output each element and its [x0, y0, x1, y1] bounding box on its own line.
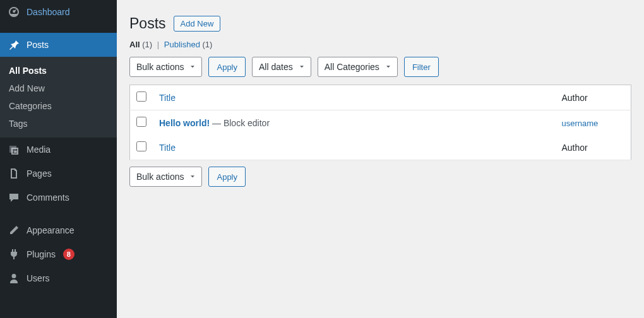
post-author-link[interactable]: username	[562, 119, 599, 128]
sidebar-subitem-tags[interactable]: Tags	[0, 115, 117, 132]
apply-bulk-button-bottom[interactable]: Apply	[208, 167, 246, 187]
sidebar-dashboard-label: Dashboard	[27, 7, 70, 17]
category-filter-select[interactable]: All Categories	[318, 57, 398, 77]
plugins-icon	[8, 248, 20, 261]
row-title-cell: Hello world! — Block editor	[153, 110, 556, 136]
column-footer-author: Author	[556, 135, 631, 160]
post-state: Block editor	[224, 118, 270, 128]
sidebar-subitem-tags-label: Tags	[9, 119, 28, 129]
sidebar-appearance-label: Appearance	[27, 225, 75, 235]
chevron-down-icon	[189, 63, 196, 71]
sidebar-item-appearance[interactable]: Appearance	[0, 218, 117, 242]
select-all-checkbox-top[interactable]	[136, 91, 146, 102]
bulk-actions-select-top[interactable]: Bulk actions	[129, 57, 202, 77]
admin-sidebar: Dashboard Posts All Posts Add New Catego…	[0, 0, 117, 318]
post-title-link[interactable]: Hello world!	[159, 118, 210, 128]
sidebar-item-users[interactable]: Users	[0, 266, 117, 290]
filter-all-count: (1)	[142, 40, 152, 49]
select-all-bottom-cell	[130, 135, 153, 160]
sidebar-submenu-posts: All Posts Add New Categories Tags	[0, 57, 117, 138]
sidebar-subitem-all-posts[interactable]: All Posts	[0, 62, 117, 80]
table-row: Hello world! — Block editor username	[130, 110, 631, 136]
column-footer-title[interactable]: Title	[153, 135, 556, 160]
select-all-top-cell	[130, 85, 153, 110]
category-filter-selected: All Categories	[325, 62, 379, 72]
row-checkbox-cell	[130, 110, 153, 136]
filter-published-count: (1)	[203, 40, 213, 49]
plugins-update-badge: 8	[63, 249, 75, 260]
page-title: Posts	[129, 15, 166, 32]
sidebar-media-label: Media	[27, 144, 51, 155]
sidebar-item-media[interactable]: Media	[0, 138, 117, 162]
post-status-filters: All (1) | Published (1)	[129, 40, 631, 49]
appearance-icon	[8, 224, 20, 237]
sidebar-users-label: Users	[27, 273, 50, 283]
sidebar-plugins-label: Plugins	[27, 249, 56, 259]
row-author-cell: username	[556, 110, 631, 136]
filter-button[interactable]: Filter	[404, 57, 439, 77]
sidebar-item-comments[interactable]: Comments	[0, 186, 117, 209]
bulk-actions-select-bottom[interactable]: Bulk actions	[129, 167, 202, 187]
pushpin-icon	[8, 38, 20, 51]
tablenav-bottom: Bulk actions Apply	[129, 167, 631, 187]
sidebar-item-pages[interactable]: Pages	[0, 162, 117, 186]
add-new-button[interactable]: Add New	[174, 16, 221, 32]
page-header: Posts Add New	[129, 15, 631, 32]
chevron-down-icon	[189, 173, 196, 180]
pages-icon	[8, 167, 20, 180]
chevron-down-icon	[385, 63, 392, 71]
post-state-sep: —	[210, 118, 224, 128]
date-filter-selected: All dates	[259, 62, 293, 72]
comments-icon	[8, 191, 20, 204]
sidebar-subitem-add-new-label: Add New	[9, 83, 45, 93]
sidebar-posts-label: Posts	[27, 40, 49, 50]
users-icon	[8, 272, 20, 285]
filter-published-link[interactable]: Published	[164, 40, 200, 49]
menu-separator	[0, 24, 117, 33]
sidebar-subitem-add-new[interactable]: Add New	[0, 80, 117, 97]
sidebar-subitem-categories[interactable]: Categories	[0, 97, 117, 115]
column-header-author: Author	[556, 85, 631, 110]
bulk-actions-selected-bottom: Bulk actions	[136, 172, 184, 182]
bulk-actions-selected-top: Bulk actions	[136, 62, 184, 72]
dashboard-icon	[8, 6, 20, 18]
media-icon	[8, 143, 20, 156]
sidebar-item-posts[interactable]: Posts	[0, 33, 117, 57]
sidebar-item-plugins[interactable]: Plugins 8	[0, 242, 117, 266]
posts-table: Title Author Hello world! — Block editor…	[129, 85, 631, 160]
sidebar-item-dashboard[interactable]: Dashboard	[0, 0, 117, 24]
apply-bulk-button-top[interactable]: Apply	[208, 57, 246, 77]
tablenav-top: Bulk actions Apply All dates All Categor…	[129, 57, 631, 77]
sidebar-pages-label: Pages	[27, 168, 52, 179]
menu-separator	[0, 209, 117, 218]
chevron-down-icon	[298, 63, 306, 71]
column-header-title[interactable]: Title	[153, 85, 556, 110]
row-checkbox[interactable]	[136, 117, 146, 127]
sidebar-comments-label: Comments	[27, 192, 69, 203]
sidebar-subitem-all-posts-label: All Posts	[9, 66, 47, 76]
filter-separator: |	[157, 40, 159, 49]
select-all-checkbox-bottom[interactable]	[136, 141, 146, 151]
main-content: Posts Add New All (1) | Published (1) Bu…	[117, 0, 644, 318]
sidebar-subitem-categories-label: Categories	[9, 101, 52, 111]
date-filter-select[interactable]: All dates	[252, 57, 311, 77]
filter-all-link[interactable]: All	[129, 40, 140, 49]
